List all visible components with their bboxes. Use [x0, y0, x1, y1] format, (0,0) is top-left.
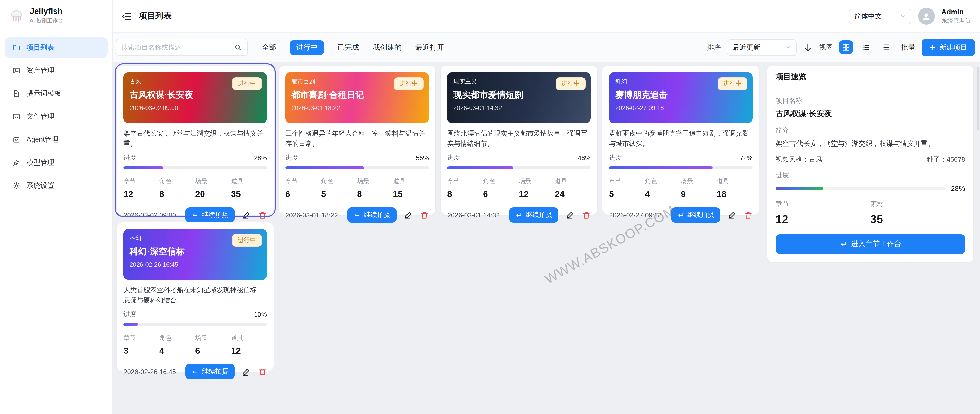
- language-value: 简体中文: [854, 11, 882, 21]
- trash-icon[interactable]: [420, 211, 429, 219]
- sidebar-item-prompt-templates[interactable]: 提示词模板: [5, 83, 108, 104]
- sidebar-item-label: 系统设置: [27, 181, 54, 190]
- roles-label: 角色: [159, 334, 195, 343]
- progress-bar: [124, 166, 267, 170]
- project-card[interactable]: 现实主义 现实都市爱情短剧 2026-03-01 14:32 进行中 围绕北漂情…: [441, 65, 597, 215]
- card-description: 围绕北漂情侣的现实主义都市爱情故事，强调写实与情绪细节。: [447, 128, 591, 149]
- edit-icon[interactable]: [242, 367, 251, 376]
- roles-label: 角色: [321, 177, 357, 186]
- status-badge: 进行中: [232, 234, 262, 247]
- updated-date: 2026-02-27 09:18: [609, 211, 662, 219]
- tab-created-by-me[interactable]: 我创建的: [373, 43, 402, 52]
- project-card[interactable]: 科幻 科幻·深空信标 2026-02-26 16:45 进行中 人类首艘深空科考…: [117, 222, 274, 371]
- tab-recently-opened[interactable]: 最近打开: [415, 43, 444, 52]
- tab-in-progress[interactable]: 进行中: [290, 40, 324, 54]
- list-icon: [862, 43, 870, 52]
- intro-text: 架空古代长安，朝堂与江湖交织，权谋与情义并重。: [776, 139, 965, 149]
- sort-select[interactable]: 最近更新: [727, 39, 797, 56]
- progress-label: 进度: [609, 154, 622, 162]
- quick-chapters-label: 章节: [776, 200, 870, 209]
- filter-tabs: 全部 进行中 已完成 我创建的 最近打开: [262, 40, 444, 54]
- user-name: Admin: [941, 8, 971, 16]
- scrollbar-thumb[interactable]: [977, 67, 979, 130]
- card-datetime: 2026-03-02 09:00: [130, 105, 261, 111]
- trash-icon[interactable]: [582, 211, 591, 219]
- card-banner: 古风 古风权谋·长安夜 2026-03-02 09:00 进行中: [124, 72, 267, 123]
- language-select[interactable]: 简体中文: [849, 8, 911, 24]
- project-quick-view-panel: 项目速览 项目名称 古风权谋·长安夜 简介 架空古代长安，朝堂与江湖交织，权谋与…: [767, 65, 973, 262]
- chapters-value: 12: [124, 189, 159, 200]
- view-grid-button[interactable]: [839, 40, 853, 54]
- chevron-down-icon: [785, 44, 791, 50]
- sidebar-item-projects[interactable]: 项目列表: [5, 37, 108, 57]
- props-label: 道具: [393, 177, 429, 186]
- chapters-label: 章节: [447, 177, 483, 186]
- project-card[interactable]: 古风 古风权谋·长安夜 2026-03-02 09:00 进行中 架空古代长安，…: [117, 65, 274, 215]
- edit-icon[interactable]: [242, 210, 251, 219]
- scenes-value: 6: [195, 346, 231, 356]
- sidebar-item-label: 模型管理: [27, 158, 54, 167]
- sidebar-item-label: 资产管理: [27, 66, 54, 75]
- sidebar-item-files[interactable]: 文件管理: [5, 106, 108, 127]
- trash-icon[interactable]: [258, 367, 267, 376]
- quick-assets-label: 素材: [870, 200, 965, 209]
- sidebar-item-agents[interactable]: Agent管理: [5, 129, 108, 150]
- enter-chapter-workbench-button[interactable]: 进入章节工作台: [776, 235, 965, 254]
- avatar[interactable]: [918, 8, 935, 25]
- project-card[interactable]: 科幻 赛博朋克追击 2026-02-27 09:18 进行中 霓虹雨夜中的赛博朋…: [603, 65, 759, 215]
- enter-icon: [677, 212, 684, 218]
- edit-icon[interactable]: [566, 210, 575, 219]
- image-icon: [12, 66, 21, 75]
- file-text-icon: [12, 89, 21, 97]
- sidebar-item-assets[interactable]: 资产管理: [5, 60, 108, 81]
- sidebar-item-models[interactable]: 模型管理: [5, 152, 108, 173]
- menu-fold-icon[interactable]: [121, 11, 132, 21]
- view-list-button[interactable]: [859, 40, 873, 54]
- sidebar-item-label: 文件管理: [27, 112, 54, 121]
- continue-shooting-button[interactable]: 继续拍摄: [347, 207, 396, 223]
- sort-direction-icon[interactable]: [803, 42, 813, 52]
- scenes-label: 场景: [681, 177, 717, 186]
- progress-label: 进度: [124, 154, 136, 162]
- sidebar: Jellyfish AI 短剧工作台 项目列表 资产管理 提示词模板 文件管理: [0, 0, 113, 414]
- view-detail-list-button[interactable]: [879, 40, 893, 54]
- gear-icon: [12, 181, 21, 190]
- scenes-label: 场景: [357, 177, 393, 186]
- enter-icon: [515, 212, 522, 218]
- edit-icon[interactable]: [727, 210, 737, 219]
- card-datetime: 2026-03-01 14:32: [453, 105, 584, 111]
- chapters-label: 章节: [124, 334, 159, 343]
- edit-icon[interactable]: [404, 210, 413, 219]
- updated-date: 2026-03-01 14:32: [447, 211, 500, 219]
- batch-button[interactable]: 批量: [901, 43, 915, 52]
- new-project-button[interactable]: 新建项目: [921, 39, 975, 56]
- project-card[interactable]: 都市喜剧 都市喜剧·合租日记 2026-03-01 18:22 进行中 三个性格…: [279, 65, 436, 215]
- card-title: 科幻·深空信标: [130, 246, 261, 257]
- sidebar-item-settings[interactable]: 系统设置: [5, 175, 108, 196]
- continue-shooting-button[interactable]: 继续拍摄: [509, 207, 558, 223]
- tab-all[interactable]: 全部: [262, 43, 276, 52]
- continue-shooting-button[interactable]: 继续拍摄: [185, 364, 235, 379]
- continue-shooting-button[interactable]: 继续拍摄: [671, 207, 720, 223]
- trash-icon[interactable]: [258, 211, 267, 219]
- roles-value: 6: [483, 189, 519, 200]
- chapters-label: 章节: [124, 177, 159, 186]
- scenes-value: 20: [195, 189, 231, 200]
- quick-chapters-value: 12: [776, 213, 870, 227]
- search-input[interactable]: [116, 40, 228, 55]
- search-box: [116, 39, 248, 56]
- card-description: 架空古代长安，朝堂与江湖交织，权谋与情义并重。: [124, 128, 267, 149]
- search-button[interactable]: [228, 40, 247, 55]
- enter-icon: [353, 212, 360, 218]
- trash-icon[interactable]: [744, 211, 752, 219]
- props-value: 15: [393, 189, 429, 200]
- enter-icon: [839, 241, 846, 248]
- props-value: 18: [717, 189, 752, 200]
- filter-toolbar: 全部 进行中 已完成 我创建的 最近打开 排序 最近更新 视图: [113, 33, 980, 62]
- props-value: 35: [231, 189, 267, 200]
- card-datetime: 2026-03-01 18:22: [291, 105, 423, 111]
- folder-icon: [12, 43, 21, 51]
- continue-shooting-button[interactable]: 继续拍摄: [185, 207, 235, 223]
- tab-completed[interactable]: 已完成: [337, 43, 359, 52]
- sort-label: 排序: [707, 43, 721, 52]
